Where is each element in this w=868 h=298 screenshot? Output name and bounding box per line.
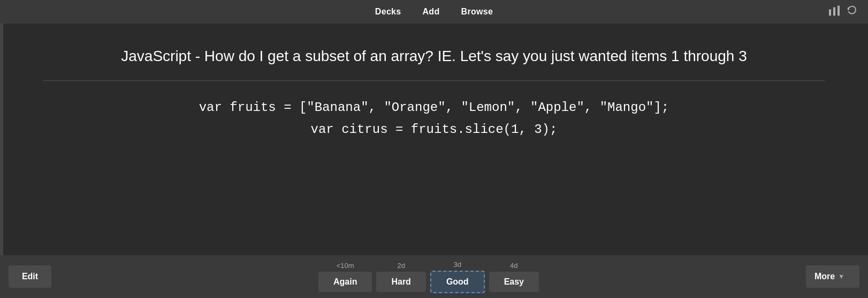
easy-button[interactable]: Easy bbox=[489, 272, 539, 292]
card-divider bbox=[43, 80, 825, 81]
top-bar-icons bbox=[828, 5, 857, 19]
sync-icon[interactable] bbox=[847, 5, 857, 19]
again-time-label: <10m bbox=[337, 262, 354, 270]
svg-rect-2 bbox=[837, 6, 840, 16]
good-wrapper: 3d Good bbox=[430, 260, 485, 293]
answer-line2: var citrus = fruits.slice(1, 3); bbox=[199, 119, 669, 141]
nav-browse[interactable]: Browse bbox=[461, 7, 493, 17]
easy-wrapper: 4d Easy bbox=[489, 262, 539, 292]
easy-time-label: 4d bbox=[510, 262, 517, 270]
scroll-hint bbox=[0, 24, 3, 255]
main-content: JavaScript - How do I get a subset of an… bbox=[0, 24, 868, 255]
edit-button[interactable]: Edit bbox=[9, 265, 51, 288]
hard-time-label: 2d bbox=[397, 262, 405, 270]
good-button[interactable]: Good bbox=[430, 271, 485, 293]
svg-rect-1 bbox=[833, 8, 835, 16]
top-bar: Decks Add Browse bbox=[0, 0, 868, 24]
hard-button[interactable]: Hard bbox=[376, 272, 425, 292]
svg-rect-0 bbox=[829, 10, 831, 16]
again-wrapper: <10m Again bbox=[318, 262, 372, 292]
nav-decks[interactable]: Decks bbox=[375, 7, 401, 17]
more-label: More bbox=[814, 272, 835, 281]
card-question: JavaScript - How do I get a subset of an… bbox=[121, 45, 747, 68]
answer-line1: var fruits = ["Banana", "Orange", "Lemon… bbox=[199, 97, 669, 119]
again-button[interactable]: Again bbox=[318, 272, 372, 292]
more-button[interactable]: More ▼ bbox=[806, 265, 859, 288]
stats-icon[interactable] bbox=[828, 5, 840, 19]
hard-wrapper: 2d Hard bbox=[376, 262, 425, 292]
more-dropdown-arrow: ▼ bbox=[838, 273, 844, 280]
card-answer: var fruits = ["Banana", "Orange", "Lemon… bbox=[199, 97, 669, 141]
nav-add[interactable]: Add bbox=[423, 7, 440, 17]
good-time-label: 3d bbox=[454, 260, 461, 269]
main-nav: Decks Add Browse bbox=[375, 7, 493, 17]
answer-buttons: <10m Again 2d Hard 3d Good 4d Easy bbox=[318, 260, 539, 293]
bottom-bar: Edit <10m Again 2d Hard 3d Good 4d Easy … bbox=[0, 255, 868, 298]
